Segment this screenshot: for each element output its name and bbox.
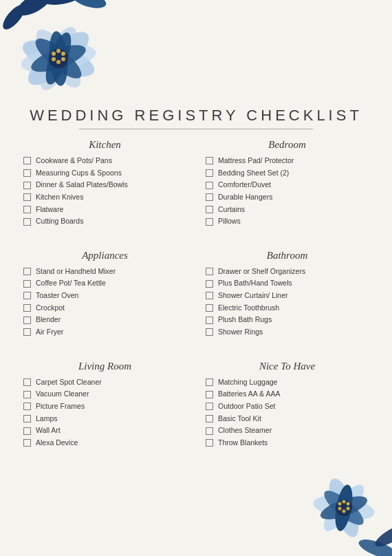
bedroom-title: Bedroom bbox=[206, 139, 369, 151]
bedroom-section: Bedroom Mattress Pad/ Protector Bedding … bbox=[196, 133, 378, 235]
item-label: Wall Art bbox=[36, 426, 61, 436]
checkbox[interactable] bbox=[23, 218, 31, 226]
checkbox[interactable] bbox=[206, 280, 213, 288]
list-item: Plush Bath Rugs bbox=[206, 315, 369, 325]
item-label: Measuring Cups & Spoons bbox=[36, 169, 122, 178]
checkbox[interactable] bbox=[206, 218, 213, 226]
appliances-list: Stand or Handheld Mixer Coffee Pot/ Tea … bbox=[23, 267, 186, 337]
list-item: Cookware & Pots/ Pans bbox=[23, 156, 186, 166]
list-item: Shower Rings bbox=[206, 328, 369, 337]
list-item: Batteries AA & AAA bbox=[206, 389, 369, 399]
checkbox[interactable] bbox=[23, 403, 31, 410]
list-item: Matching Luggage bbox=[206, 378, 369, 387]
checkbox[interactable] bbox=[23, 378, 31, 386]
svg-point-30 bbox=[342, 500, 346, 504]
checkbox[interactable] bbox=[206, 439, 213, 447]
item-label: Air Fryer bbox=[36, 328, 63, 337]
nice-to-have-section: Nice To Have Matching Luggage Batteries … bbox=[196, 355, 378, 456]
checkbox[interactable] bbox=[206, 415, 213, 423]
list-item: Wall Art bbox=[23, 426, 186, 436]
checkbox[interactable] bbox=[206, 328, 213, 336]
nice-to-have-list: Matching Luggage Batteries AA & AAA Outd… bbox=[206, 378, 369, 448]
appliances-section: Appliances Stand or Handheld Mixer Coffe… bbox=[14, 244, 196, 345]
checkbox[interactable] bbox=[23, 280, 31, 288]
item-label: Toaster Oven bbox=[36, 291, 78, 301]
kitchen-list: Cookware & Pots/ Pans Measuring Cups & S… bbox=[23, 156, 186, 226]
svg-point-34 bbox=[338, 507, 342, 511]
item-label: Basic Tool Kit bbox=[218, 414, 261, 424]
item-label: Blender bbox=[36, 315, 61, 325]
checkbox[interactable] bbox=[23, 292, 31, 299]
checkbox[interactable] bbox=[206, 403, 213, 410]
item-label: Matching Luggage bbox=[218, 378, 277, 387]
checkbox[interactable] bbox=[23, 182, 31, 189]
item-label: Flatware bbox=[36, 205, 63, 215]
checkbox[interactable] bbox=[23, 415, 31, 423]
list-item: Throw Blankets bbox=[206, 438, 369, 448]
item-label: Clothes Steamer bbox=[218, 426, 272, 436]
nice-to-have-title: Nice To Have bbox=[206, 361, 369, 372]
list-item: Drawer or Shelf Organizers bbox=[206, 267, 369, 277]
checkbox[interactable] bbox=[206, 292, 213, 299]
item-label: Drawer or Shelf Organizers bbox=[218, 267, 305, 277]
checkbox[interactable] bbox=[23, 169, 31, 177]
item-label: Durable Hangers bbox=[218, 193, 272, 202]
item-label: Kitchen Knives bbox=[36, 193, 83, 202]
item-label: Picture Frames bbox=[36, 402, 85, 411]
item-label: Batteries AA & AAA bbox=[218, 389, 280, 399]
item-label: Shower Curtain/ Liner bbox=[218, 291, 288, 301]
checkbox[interactable] bbox=[206, 427, 213, 435]
list-item: Toaster Oven bbox=[23, 291, 186, 301]
checkbox[interactable] bbox=[23, 427, 31, 435]
svg-point-27 bbox=[332, 484, 355, 533]
item-label: Vacuum Cleaner bbox=[36, 389, 89, 399]
item-label: Pillows bbox=[218, 217, 241, 226]
list-item: Durable Hangers bbox=[206, 193, 369, 202]
checkbox[interactable] bbox=[206, 391, 213, 398]
svg-point-28 bbox=[336, 500, 352, 516]
checkbox[interactable] bbox=[23, 206, 31, 213]
checkbox[interactable] bbox=[206, 169, 213, 177]
svg-point-24 bbox=[320, 486, 369, 531]
checkbox[interactable] bbox=[23, 328, 31, 336]
list-item: Crockpot bbox=[23, 303, 186, 313]
floral-bottom-right-decoration bbox=[289, 453, 392, 556]
list-item: Clothes Steamer bbox=[206, 426, 369, 436]
checkbox[interactable] bbox=[206, 206, 213, 213]
kitchen-title: Kitchen bbox=[23, 139, 186, 151]
svg-point-26 bbox=[332, 484, 355, 533]
checkbox[interactable] bbox=[206, 157, 213, 164]
item-label: Cutting Boards bbox=[36, 217, 83, 226]
list-item: Basic Tool Kit bbox=[206, 414, 369, 424]
checkbox[interactable] bbox=[23, 439, 31, 447]
checkbox[interactable] bbox=[23, 193, 31, 201]
item-label: Crockpot bbox=[36, 303, 65, 313]
checkbox[interactable] bbox=[23, 268, 31, 275]
svg-point-35 bbox=[356, 535, 392, 556]
list-item: Plus Bath/Hand Towels bbox=[206, 279, 369, 288]
list-item: Lamps bbox=[23, 414, 186, 424]
svg-point-36 bbox=[372, 520, 392, 550]
checkbox[interactable] bbox=[206, 193, 213, 201]
checkbox[interactable] bbox=[23, 304, 31, 312]
svg-point-32 bbox=[347, 507, 350, 511]
checkbox[interactable] bbox=[206, 378, 213, 386]
kitchen-section: Kitchen Cookware & Pots/ Pans Measuring … bbox=[14, 133, 196, 235]
checkbox[interactable] bbox=[206, 182, 213, 189]
checkbox[interactable] bbox=[206, 304, 213, 312]
page: WEDDING REGISTRY CHECKLIST Kitchen Cookw… bbox=[0, 0, 392, 556]
item-label: Bedding Sheet Set (2) bbox=[218, 169, 289, 178]
item-label: Curtains bbox=[218, 205, 245, 215]
item-label: Dinner & Salad Plates/Bowls bbox=[36, 180, 128, 190]
item-label: Lamps bbox=[36, 414, 58, 424]
checkbox[interactable] bbox=[206, 317, 213, 324]
checkbox[interactable] bbox=[206, 268, 213, 275]
item-label: Carpet Spot Cleaner bbox=[36, 378, 102, 387]
item-label: Outdoor Patio Set bbox=[218, 402, 275, 411]
svg-point-25 bbox=[318, 491, 370, 524]
checkbox[interactable] bbox=[23, 391, 31, 398]
checkbox[interactable] bbox=[23, 317, 31, 324]
checkbox[interactable] bbox=[23, 157, 31, 164]
list-item: Blender bbox=[23, 315, 186, 325]
header-divider bbox=[79, 129, 313, 129]
